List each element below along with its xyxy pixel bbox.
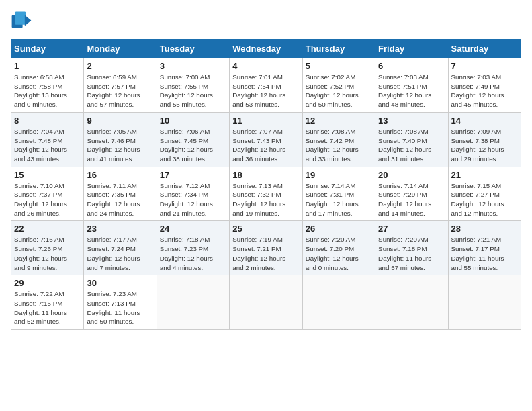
calendar-day-cell: 15Sunrise: 7:10 AM Sunset: 7:37 PM Dayli… — [11, 167, 84, 221]
day-info: Sunrise: 7:19 AM Sunset: 7:21 PM Dayligh… — [232, 235, 299, 272]
day-info: Sunrise: 7:09 AM Sunset: 7:38 PM Dayligh… — [451, 127, 518, 164]
weekday-header: Sunday — [11, 40, 84, 58]
day-info: Sunrise: 7:23 AM Sunset: 7:13 PM Dayligh… — [87, 289, 153, 326]
day-info: Sunrise: 7:21 AM Sunset: 7:17 PM Dayligh… — [451, 235, 518, 272]
calendar-day-cell: 3Sunrise: 7:00 AM Sunset: 7:55 PM Daylig… — [157, 58, 229, 113]
day-info: Sunrise: 7:12 AM Sunset: 7:34 PM Dayligh… — [160, 181, 226, 218]
day-number: 25 — [232, 224, 299, 234]
calendar-day-cell: 12Sunrise: 7:08 AM Sunset: 7:42 PM Dayli… — [302, 112, 375, 167]
calendar-day-cell: 17Sunrise: 7:12 AM Sunset: 7:34 PM Dayli… — [157, 167, 229, 221]
calendar-day-cell: 2Sunrise: 6:59 AM Sunset: 7:57 PM Daylig… — [84, 58, 157, 113]
day-info: Sunrise: 7:04 AM Sunset: 7:48 PM Dayligh… — [14, 127, 81, 164]
day-number: 11 — [232, 116, 299, 126]
calendar-day-cell: 11Sunrise: 7:07 AM Sunset: 7:43 PM Dayli… — [230, 112, 302, 167]
day-number: 16 — [87, 170, 153, 180]
calendar-day-cell — [157, 275, 229, 330]
day-number: 20 — [378, 170, 445, 180]
day-info: Sunrise: 7:08 AM Sunset: 7:40 PM Dayligh… — [378, 127, 445, 164]
calendar-day-cell: 19Sunrise: 7:14 AM Sunset: 7:31 PM Dayli… — [302, 167, 375, 221]
day-info: Sunrise: 7:22 AM Sunset: 7:15 PM Dayligh… — [14, 289, 81, 326]
day-info: Sunrise: 7:07 AM Sunset: 7:43 PM Dayligh… — [232, 127, 299, 164]
day-info: Sunrise: 7:05 AM Sunset: 7:46 PM Dayligh… — [87, 127, 153, 164]
day-number: 1 — [14, 61, 81, 71]
calendar-day-cell: 23Sunrise: 7:17 AM Sunset: 7:24 PM Dayli… — [84, 221, 157, 275]
day-number: 6 — [378, 61, 445, 71]
day-number: 9 — [87, 116, 153, 126]
day-number: 7 — [451, 61, 518, 71]
svg-rect-1 — [15, 12, 26, 25]
day-number: 15 — [14, 170, 81, 180]
calendar-day-cell: 13Sunrise: 7:08 AM Sunset: 7:40 PM Dayli… — [375, 112, 448, 167]
calendar-day-cell: 27Sunrise: 7:20 AM Sunset: 7:18 PM Dayli… — [375, 221, 448, 275]
calendar-day-cell: 14Sunrise: 7:09 AM Sunset: 7:38 PM Dayli… — [448, 112, 521, 167]
day-number: 12 — [306, 116, 372, 126]
day-number: 5 — [306, 61, 372, 71]
day-info: Sunrise: 6:59 AM Sunset: 7:57 PM Dayligh… — [87, 73, 153, 109]
day-number: 21 — [451, 170, 518, 180]
calendar-day-cell: 25Sunrise: 7:19 AM Sunset: 7:21 PM Dayli… — [230, 221, 302, 275]
calendar-day-cell: 10Sunrise: 7:06 AM Sunset: 7:45 PM Dayli… — [157, 112, 229, 167]
weekday-header: Thursday — [302, 40, 375, 58]
day-number: 18 — [232, 170, 299, 180]
day-number: 23 — [87, 224, 153, 234]
day-info: Sunrise: 7:17 AM Sunset: 7:24 PM Dayligh… — [87, 235, 153, 272]
day-number: 4 — [232, 61, 299, 71]
weekday-header: Tuesday — [157, 40, 229, 58]
day-info: Sunrise: 7:00 AM Sunset: 7:55 PM Dayligh… — [160, 73, 226, 109]
svg-marker-2 — [25, 15, 32, 26]
calendar-day-cell — [375, 275, 448, 330]
day-info: Sunrise: 6:58 AM Sunset: 7:58 PM Dayligh… — [14, 73, 81, 109]
calendar-table: SundayMondayTuesdayWednesdayThursdayFrid… — [11, 39, 521, 330]
calendar-day-cell: 5Sunrise: 7:02 AM Sunset: 7:52 PM Daylig… — [302, 58, 375, 113]
weekday-header: Wednesday — [230, 40, 302, 58]
day-number: 27 — [378, 224, 445, 234]
calendar-day-cell: 30Sunrise: 7:23 AM Sunset: 7:13 PM Dayli… — [84, 275, 157, 330]
weekday-header-row: SundayMondayTuesdayWednesdayThursdayFrid… — [11, 40, 521, 58]
calendar-day-cell: 22Sunrise: 7:16 AM Sunset: 7:26 PM Dayli… — [11, 221, 84, 275]
day-number: 30 — [87, 278, 153, 288]
calendar-day-cell: 28Sunrise: 7:21 AM Sunset: 7:17 PM Dayli… — [448, 221, 521, 275]
calendar-day-cell: 26Sunrise: 7:20 AM Sunset: 7:20 PM Dayli… — [302, 221, 375, 275]
day-number: 13 — [378, 116, 445, 126]
day-info: Sunrise: 7:11 AM Sunset: 7:35 PM Dayligh… — [87, 181, 153, 218]
day-number: 17 — [160, 170, 226, 180]
calendar-day-cell — [230, 275, 302, 330]
day-number: 29 — [14, 278, 81, 288]
day-info: Sunrise: 7:03 AM Sunset: 7:49 PM Dayligh… — [451, 73, 518, 109]
calendar-day-cell — [302, 275, 375, 330]
calendar-day-cell: 1Sunrise: 6:58 AM Sunset: 7:58 PM Daylig… — [11, 58, 84, 113]
calendar-day-cell: 29Sunrise: 7:22 AM Sunset: 7:15 PM Dayli… — [11, 275, 84, 330]
day-number: 3 — [160, 61, 226, 71]
day-info: Sunrise: 7:20 AM Sunset: 7:18 PM Dayligh… — [378, 235, 445, 272]
calendar-week-row: 8Sunrise: 7:04 AM Sunset: 7:48 PM Daylig… — [11, 112, 521, 167]
day-info: Sunrise: 7:10 AM Sunset: 7:37 PM Dayligh… — [14, 181, 81, 218]
calendar-day-cell: 16Sunrise: 7:11 AM Sunset: 7:35 PM Dayli… — [84, 167, 157, 221]
day-info: Sunrise: 7:14 AM Sunset: 7:31 PM Dayligh… — [306, 181, 372, 218]
day-info: Sunrise: 7:15 AM Sunset: 7:27 PM Dayligh… — [451, 181, 518, 218]
page-header — [11, 11, 521, 32]
calendar-week-row: 1Sunrise: 6:58 AM Sunset: 7:58 PM Daylig… — [11, 58, 521, 113]
calendar-day-cell: 6Sunrise: 7:03 AM Sunset: 7:51 PM Daylig… — [375, 58, 448, 113]
day-info: Sunrise: 7:02 AM Sunset: 7:52 PM Dayligh… — [306, 73, 372, 109]
calendar-day-cell: 21Sunrise: 7:15 AM Sunset: 7:27 PM Dayli… — [448, 167, 521, 221]
day-info: Sunrise: 7:03 AM Sunset: 7:51 PM Dayligh… — [378, 73, 445, 109]
day-number: 2 — [87, 61, 153, 71]
calendar-day-cell: 8Sunrise: 7:04 AM Sunset: 7:48 PM Daylig… — [11, 112, 84, 167]
day-number: 10 — [160, 116, 226, 126]
calendar-day-cell: 9Sunrise: 7:05 AM Sunset: 7:46 PM Daylig… — [84, 112, 157, 167]
calendar-day-cell: 18Sunrise: 7:13 AM Sunset: 7:32 PM Dayli… — [230, 167, 302, 221]
calendar-day-cell: 20Sunrise: 7:14 AM Sunset: 7:29 PM Dayli… — [375, 167, 448, 221]
calendar-week-row: 15Sunrise: 7:10 AM Sunset: 7:37 PM Dayli… — [11, 167, 521, 221]
day-info: Sunrise: 7:06 AM Sunset: 7:45 PM Dayligh… — [160, 127, 226, 164]
day-number: 22 — [14, 224, 81, 234]
logo-icon — [11, 11, 32, 32]
weekday-header: Friday — [375, 40, 448, 58]
day-info: Sunrise: 7:20 AM Sunset: 7:20 PM Dayligh… — [306, 235, 372, 272]
calendar-day-cell: 24Sunrise: 7:18 AM Sunset: 7:23 PM Dayli… — [157, 221, 229, 275]
calendar-day-cell — [448, 275, 521, 330]
calendar-week-row: 29Sunrise: 7:22 AM Sunset: 7:15 PM Dayli… — [11, 275, 521, 330]
weekday-header: Monday — [84, 40, 157, 58]
day-info: Sunrise: 7:18 AM Sunset: 7:23 PM Dayligh… — [160, 235, 226, 272]
day-info: Sunrise: 7:14 AM Sunset: 7:29 PM Dayligh… — [378, 181, 445, 218]
logo — [11, 11, 35, 32]
